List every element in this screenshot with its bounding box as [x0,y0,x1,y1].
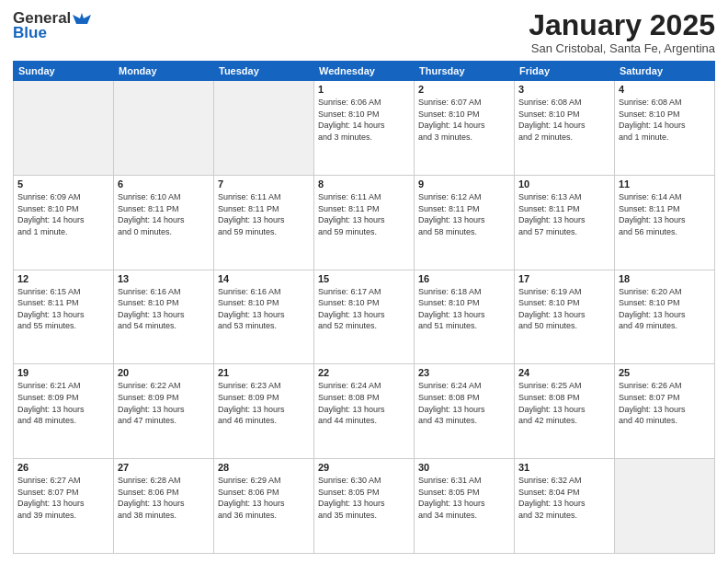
day-info: Sunrise: 6:08 AM Sunset: 8:10 PM Dayligh… [518,97,610,143]
week-row-4: 19Sunrise: 6:21 AM Sunset: 8:09 PM Dayli… [14,364,715,459]
day-cell-5: 5Sunrise: 6:09 AM Sunset: 8:10 PM Daylig… [14,175,114,270]
day-info: Sunrise: 6:28 AM Sunset: 8:06 PM Dayligh… [118,475,210,521]
day-info: Sunrise: 6:26 AM Sunset: 8:07 PM Dayligh… [619,380,711,426]
empty-cell [114,81,214,176]
weekday-header-monday: Monday [114,62,214,81]
day-number: 15 [318,273,410,284]
title-area: January 2025 San Cristobal, Santa Fe, Ar… [529,9,715,55]
day-cell-28: 28Sunrise: 6:29 AM Sunset: 8:06 PM Dayli… [214,459,314,554]
day-info: Sunrise: 6:12 AM Sunset: 8:11 PM Dayligh… [418,191,510,237]
logo-area: General Blue [13,9,91,42]
header: General Blue January 2025 San Cristobal,… [13,9,715,55]
empty-cell [615,459,715,554]
day-cell-10: 10Sunrise: 6:13 AM Sunset: 8:11 PM Dayli… [515,175,615,270]
empty-cell [14,81,114,176]
day-info: Sunrise: 6:09 AM Sunset: 8:10 PM Dayligh… [17,191,109,237]
day-number: 2 [418,84,510,95]
day-info: Sunrise: 6:18 AM Sunset: 8:10 PM Dayligh… [418,286,510,332]
day-info: Sunrise: 6:11 AM Sunset: 8:11 PM Dayligh… [218,191,310,237]
day-cell-29: 29Sunrise: 6:30 AM Sunset: 8:05 PM Dayli… [314,459,415,554]
day-cell-8: 8Sunrise: 6:11 AM Sunset: 8:11 PM Daylig… [314,175,415,270]
day-cell-9: 9Sunrise: 6:12 AM Sunset: 8:11 PM Daylig… [415,175,515,270]
weekday-header-sunday: Sunday [14,62,114,81]
day-info: Sunrise: 6:23 AM Sunset: 8:09 PM Dayligh… [218,380,310,426]
day-info: Sunrise: 6:10 AM Sunset: 8:11 PM Dayligh… [118,191,210,237]
day-number: 9 [418,178,510,190]
day-number: 14 [218,273,310,284]
day-cell-26: 26Sunrise: 6:27 AM Sunset: 8:07 PM Dayli… [14,459,114,554]
day-cell-7: 7Sunrise: 6:11 AM Sunset: 8:11 PM Daylig… [214,175,314,270]
day-info: Sunrise: 6:19 AM Sunset: 8:10 PM Dayligh… [518,286,610,332]
calendar-title: January 2025 [529,9,715,41]
day-cell-30: 30Sunrise: 6:31 AM Sunset: 8:05 PM Dayli… [415,459,515,554]
calendar-subtitle: San Cristobal, Santa Fe, Argentina [529,41,715,55]
day-cell-12: 12Sunrise: 6:15 AM Sunset: 8:11 PM Dayli… [14,270,114,364]
day-cell-20: 20Sunrise: 6:22 AM Sunset: 8:09 PM Dayli… [114,364,214,459]
day-info: Sunrise: 6:14 AM Sunset: 8:11 PM Dayligh… [619,191,711,237]
day-number: 25 [619,367,711,378]
day-cell-19: 19Sunrise: 6:21 AM Sunset: 8:09 PM Dayli… [14,364,114,459]
day-info: Sunrise: 6:07 AM Sunset: 8:10 PM Dayligh… [418,97,510,143]
day-cell-27: 27Sunrise: 6:28 AM Sunset: 8:06 PM Dayli… [114,459,214,554]
day-number: 18 [619,273,711,284]
day-number: 23 [418,367,510,378]
calendar-page: General Blue January 2025 San Cristobal,… [0,0,728,563]
day-cell-17: 17Sunrise: 6:19 AM Sunset: 8:10 PM Dayli… [515,270,615,364]
day-info: Sunrise: 6:11 AM Sunset: 8:11 PM Dayligh… [318,191,410,237]
day-info: Sunrise: 6:24 AM Sunset: 8:08 PM Dayligh… [418,380,510,426]
day-cell-14: 14Sunrise: 6:16 AM Sunset: 8:10 PM Dayli… [214,270,314,364]
weekday-header-thursday: Thursday [415,62,515,81]
day-number: 31 [518,462,610,473]
weekday-header-friday: Friday [515,62,615,81]
day-cell-16: 16Sunrise: 6:18 AM Sunset: 8:10 PM Dayli… [415,270,515,364]
week-row-5: 26Sunrise: 6:27 AM Sunset: 8:07 PM Dayli… [14,459,715,554]
weekday-header-row: SundayMondayTuesdayWednesdayThursdayFrid… [14,62,715,81]
day-number: 13 [118,273,210,284]
day-cell-1: 1Sunrise: 6:06 AM Sunset: 8:10 PM Daylig… [314,81,415,176]
day-info: Sunrise: 6:30 AM Sunset: 8:05 PM Dayligh… [318,475,410,521]
day-cell-11: 11Sunrise: 6:14 AM Sunset: 8:11 PM Dayli… [615,175,715,270]
day-number: 30 [418,462,510,473]
empty-cell [214,81,314,176]
day-number: 29 [318,462,410,473]
day-number: 16 [418,273,510,284]
day-number: 19 [17,367,109,378]
day-number: 17 [518,273,610,284]
day-info: Sunrise: 6:06 AM Sunset: 8:10 PM Dayligh… [318,97,410,143]
day-info: Sunrise: 6:16 AM Sunset: 8:10 PM Dayligh… [218,286,310,332]
day-number: 7 [218,178,310,190]
day-cell-2: 2Sunrise: 6:07 AM Sunset: 8:10 PM Daylig… [415,81,515,176]
logo-icon [73,11,91,26]
day-number: 26 [17,462,109,473]
day-cell-24: 24Sunrise: 6:25 AM Sunset: 8:08 PM Dayli… [515,364,615,459]
day-number: 20 [118,367,210,378]
day-number: 5 [17,178,109,190]
logo-blue-text: Blue [13,24,47,42]
day-info: Sunrise: 6:29 AM Sunset: 8:06 PM Dayligh… [218,475,310,521]
day-info: Sunrise: 6:17 AM Sunset: 8:10 PM Dayligh… [318,286,410,332]
day-cell-3: 3Sunrise: 6:08 AM Sunset: 8:10 PM Daylig… [515,81,615,176]
day-info: Sunrise: 6:16 AM Sunset: 8:10 PM Dayligh… [118,286,210,332]
day-info: Sunrise: 6:31 AM Sunset: 8:05 PM Dayligh… [418,475,510,521]
weekday-header-tuesday: Tuesday [214,62,314,81]
day-info: Sunrise: 6:27 AM Sunset: 8:07 PM Dayligh… [17,475,109,521]
day-number: 22 [318,367,410,378]
week-row-1: 1Sunrise: 6:06 AM Sunset: 8:10 PM Daylig… [14,81,715,176]
weekday-header-wednesday: Wednesday [314,62,415,81]
day-info: Sunrise: 6:22 AM Sunset: 8:09 PM Dayligh… [118,380,210,426]
day-number: 6 [118,178,210,190]
day-number: 4 [619,84,711,95]
day-number: 3 [518,84,610,95]
svg-marker-0 [73,13,91,24]
day-number: 21 [218,367,310,378]
day-number: 11 [619,178,711,190]
day-number: 8 [318,178,410,190]
day-info: Sunrise: 6:32 AM Sunset: 8:04 PM Dayligh… [518,475,610,521]
week-row-3: 12Sunrise: 6:15 AM Sunset: 8:11 PM Dayli… [14,270,715,364]
day-cell-6: 6Sunrise: 6:10 AM Sunset: 8:11 PM Daylig… [114,175,214,270]
day-cell-4: 4Sunrise: 6:08 AM Sunset: 8:10 PM Daylig… [615,81,715,176]
day-info: Sunrise: 6:08 AM Sunset: 8:10 PM Dayligh… [619,97,711,143]
day-info: Sunrise: 6:15 AM Sunset: 8:11 PM Dayligh… [17,286,109,332]
day-cell-15: 15Sunrise: 6:17 AM Sunset: 8:10 PM Dayli… [314,270,415,364]
day-cell-18: 18Sunrise: 6:20 AM Sunset: 8:10 PM Dayli… [615,270,715,364]
